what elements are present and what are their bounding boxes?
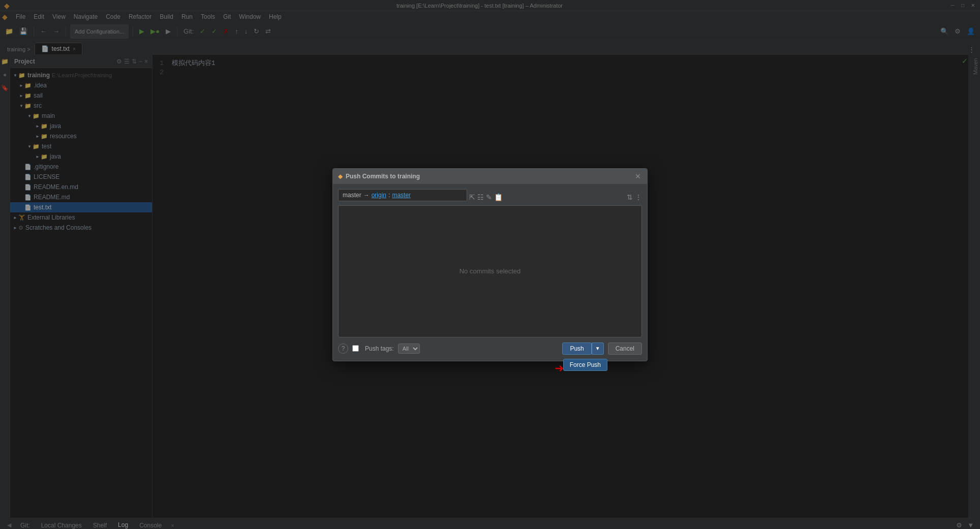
push-tags-checkbox[interactable] — [352, 345, 359, 352]
branch-arrow: → — [363, 192, 370, 199]
dialog-tool-expand-icon[interactable]: ⇱ — [469, 193, 475, 201]
dialog-tool-copy-icon[interactable]: 📋 — [494, 193, 503, 201]
branch-bar: master → origin : master — [338, 189, 467, 201]
push-button[interactable]: Push — [562, 343, 591, 355]
dialog-title-icon: ◆ — [338, 173, 343, 180]
red-arrow-indicator: ➜ — [555, 362, 564, 375]
dialog-tool-grid-icon[interactable]: ☷ — [477, 193, 484, 201]
push-dropdown-arrow[interactable]: ▼ — [592, 343, 604, 355]
branch-colon: : — [388, 192, 390, 199]
dialog-tool-more-icon[interactable]: ⋮ — [635, 193, 642, 201]
dialog-tool-sort-icon[interactable]: ⇅ — [627, 193, 633, 201]
help-button[interactable]: ? — [338, 344, 348, 354]
branch-to-local[interactable]: master — [392, 192, 411, 199]
branch-from: master — [343, 192, 361, 199]
push-dialog: ◆ Push Commits to training ✕ master → or… — [332, 168, 648, 361]
force-push-button[interactable]: Force Push — [563, 359, 607, 371]
no-commits-text: No commits selected — [460, 267, 521, 275]
branch-to-remote[interactable]: origin — [372, 192, 386, 199]
dialog-title-bar: ◆ Push Commits to training ✕ — [333, 169, 647, 184]
dialog-close-button[interactable]: ✕ — [634, 172, 642, 180]
modal-overlay: ◆ Push Commits to training ✕ master → or… — [0, 0, 980, 529]
cancel-button[interactable]: Cancel — [608, 343, 642, 355]
push-tags-select[interactable]: All — [398, 344, 420, 354]
dialog-tool-edit-icon[interactable]: ✎ — [486, 193, 492, 201]
push-tags-label: Push tags: — [365, 345, 394, 352]
branch-selector-row: master → origin : master ⇱ ☷ ✎ 📋 ⇅ ⋮ — [338, 189, 642, 205]
dialog-body: master → origin : master ⇱ ☷ ✎ 📋 ⇅ ⋮ No … — [333, 184, 647, 361]
push-btn-group: Push ▼ — [562, 343, 603, 355]
dialog-footer: ? Push tags: All Push ▼ Cancel Force Pus… — [338, 343, 642, 356]
dialog-title-text: Push Commits to training — [346, 173, 631, 180]
no-commits-area: No commits selected — [338, 205, 642, 337]
